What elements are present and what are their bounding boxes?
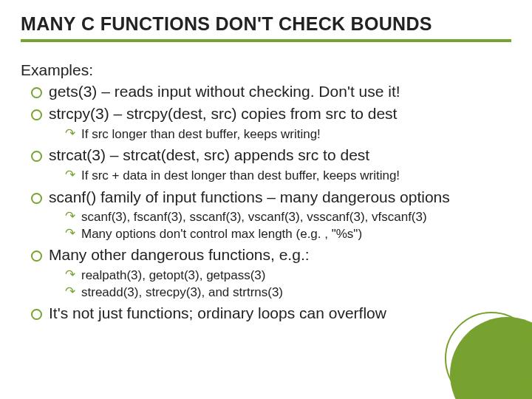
list-item-text: It's not just functions; ordinary loops … bbox=[49, 304, 386, 321]
lead-text: Examples: bbox=[21, 61, 511, 79]
list-item-text: gets(3) – reads input without checking. … bbox=[49, 83, 400, 100]
sub-list: realpath(3), getopt(3), getpass(3)stread… bbox=[49, 267, 511, 301]
sub-list-item: streadd(3), strecpy(3), and strtrns(3) bbox=[65, 284, 511, 301]
sub-list-item: If src longer than dest buffer, keeps wr… bbox=[65, 126, 511, 143]
list-item-text: Many other dangerous functions, e.g.: bbox=[49, 246, 310, 263]
list-item: strcpy(3) – strcpy(dest, src) copies fro… bbox=[31, 104, 511, 143]
sub-list-item: If src + data in dest longer than dest b… bbox=[65, 168, 511, 184]
sub-list-item: scanf(3), fscanf(3), sscanf(3), vscanf(3… bbox=[65, 209, 511, 225]
sub-list: If src longer than dest buffer, keeps wr… bbox=[49, 126, 511, 143]
list-item-text: strcpy(3) – strcpy(dest, src) copies fro… bbox=[49, 105, 397, 122]
corner-circle-outline bbox=[445, 312, 532, 399]
sub-list-item: realpath(3), getopt(3), getpass(3) bbox=[65, 267, 511, 284]
bullet-list: gets(3) – reads input without checking. … bbox=[21, 82, 511, 324]
sub-list-item: Many options don't control max length (e… bbox=[65, 226, 511, 242]
slide-title: MANY C FUNCTIONS DON'T CHECK BOUNDS bbox=[21, 13, 511, 35]
list-item-text: scanf() family of input functions – many… bbox=[49, 188, 450, 205]
list-item: It's not just functions; ordinary loops … bbox=[31, 304, 511, 324]
list-item: gets(3) – reads input without checking. … bbox=[31, 82, 511, 102]
sub-list: If src + data in dest longer than dest b… bbox=[49, 168, 511, 184]
title-divider bbox=[21, 39, 511, 42]
list-item: Many other dangerous functions, e.g.:rea… bbox=[31, 245, 511, 301]
sub-list: scanf(3), fscanf(3), sscanf(3), vscanf(3… bbox=[49, 209, 511, 242]
list-item: scanf() family of input functions – many… bbox=[31, 188, 511, 243]
list-item: strcat(3) – strcat(dest, src) appends sr… bbox=[31, 146, 511, 184]
list-item-text: strcat(3) – strcat(dest, src) appends sr… bbox=[49, 146, 369, 163]
slide: MANY C FUNCTIONS DON'T CHECK BOUNDS Exam… bbox=[0, 0, 532, 399]
